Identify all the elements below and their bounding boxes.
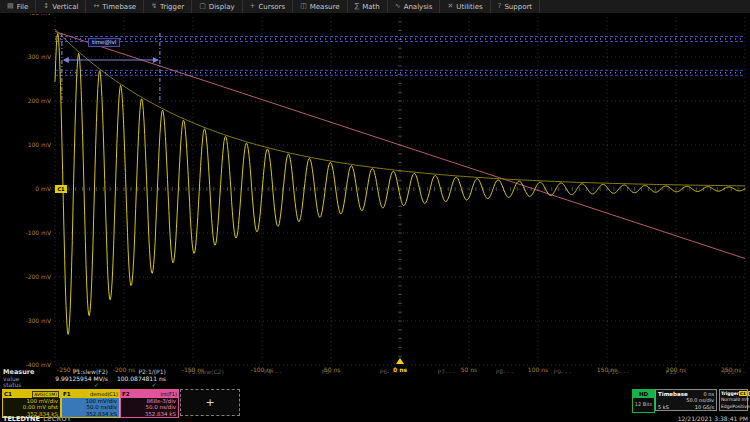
measure-status: [518, 382, 576, 389]
menu-item-label: Trigger: [160, 3, 184, 11]
measure-row-labels: Measure value status: [0, 369, 55, 389]
measure-column: P9- - -: [518, 369, 576, 389]
y-axis-label: 200 mV: [0, 97, 51, 104]
measure-status: [460, 382, 518, 389]
teledyne-lecroy-logo: TELEDYNELECROY: [3, 415, 71, 422]
c1-label: C1: [4, 391, 12, 397]
time-at-level-label: time@lvl: [88, 38, 120, 47]
menu-item-math[interactable]: ∑Math: [348, 0, 388, 13]
measure-column: P10- - -: [576, 369, 634, 389]
menu-item-file[interactable]: ▤File: [0, 0, 36, 13]
timebase-icon: ↔: [93, 0, 99, 13]
datetime: 12/21/2021 3:38:41 PM: [678, 415, 748, 422]
menu-item-support[interactable]: ?Support: [491, 0, 540, 13]
measure-column: P12- - -: [692, 369, 750, 389]
measure-column: P5- - -: [287, 369, 345, 389]
measure-column: P4- - -: [229, 369, 287, 389]
math-icon: ∑: [355, 0, 360, 13]
y-axis-label: 0 mV: [0, 185, 51, 192]
measure-status: [692, 382, 750, 389]
y-axis-label: -400 mV: [0, 361, 51, 368]
status-row-label: status: [0, 382, 55, 389]
menu-item-label: Cursors: [258, 3, 285, 11]
analysis-icon: ∿: [395, 0, 401, 13]
f2-function: Int(F1): [160, 391, 177, 397]
trigger-position-icon[interactable]: [396, 358, 404, 364]
measure-status: [171, 382, 229, 389]
f2-label: F2: [122, 391, 130, 397]
arrow-head-icon: [63, 57, 69, 63]
display-icon: ▢: [199, 0, 206, 13]
trigger-icon: ↯: [151, 0, 157, 13]
trace-descriptor-f1[interactable]: F1 demod(C1) 100 mV/div 50.0 ns/div 352.…: [61, 389, 120, 418]
trace-descriptor-f2[interactable]: F2 Int(F1) 868e-3/div 50.0 ns/div 352.83…: [120, 389, 179, 418]
timebase-title: Timebase: [658, 391, 688, 397]
trigger-box[interactable]: Trigger C1DC Normal 0 mV Edge Positive: [719, 389, 748, 411]
file-icon: ▤: [7, 0, 14, 13]
timebase-box[interactable]: Timebase 0 ns 50.0 ns/div 5 kS 10 GS/s: [655, 389, 717, 411]
menu-item-label: Display: [209, 3, 235, 11]
f2-samples: 352.834 kS: [123, 411, 176, 417]
measure-column: P11- - -: [634, 369, 692, 389]
c1-coupling-badge: AVG(C1M): [32, 391, 59, 398]
menu-item-label: Timebase: [102, 3, 136, 11]
measure-status: [287, 382, 345, 389]
menu-item-trigger[interactable]: ↯Trigger: [144, 0, 192, 13]
add-trace-button[interactable]: +: [180, 389, 240, 416]
menu-item-display[interactable]: ▢Display: [192, 0, 242, 13]
trigger-type: Edge: [721, 404, 732, 410]
trigger-slope: Positive: [732, 404, 749, 410]
measure-status: ✓: [55, 382, 113, 389]
hd-bits: 12 Bits: [633, 398, 654, 412]
menu-item-cursors[interactable]: +Cursors: [243, 0, 294, 13]
f1-label: F1: [63, 391, 71, 397]
menu-item-label: File: [17, 3, 29, 11]
measure-status: [345, 382, 403, 389]
measure-status: [403, 382, 461, 389]
menu-bar: ▤File↕Vertical↔Timebase↯Trigger▢Display+…: [0, 0, 750, 14]
menu-item-label: Math: [362, 3, 380, 11]
trigger-source-badge: C1: [739, 391, 747, 396]
measure-column: P2:1/(P1)100.0874811 ns✓: [113, 369, 171, 389]
utilities-icon: ✕: [447, 0, 453, 13]
measure-status: ✓: [113, 382, 171, 389]
y-axis-label: -100 mV: [0, 229, 51, 236]
hd-mode-box[interactable]: HD 12 Bits: [632, 389, 655, 413]
menu-item-label: Analysis: [404, 3, 433, 11]
menu-item-vertical[interactable]: ↕Vertical: [36, 0, 86, 13]
menu-item-timebase[interactable]: ↔Timebase: [86, 0, 144, 13]
c1-zero-marker[interactable]: C1: [55, 185, 67, 193]
vertical-icon: ↕: [43, 0, 49, 13]
f1-samples: 352.834 kS: [64, 411, 117, 417]
menu-item-measure[interactable]: ◫Measure: [293, 0, 347, 13]
f1-function: demod(C1): [90, 391, 118, 397]
measure-table: Measure value status P1:slew(F2)9.991259…: [0, 369, 750, 389]
menu-item-utilities[interactable]: ✕Utilities: [440, 0, 490, 13]
support-icon: ?: [498, 0, 502, 13]
timebase-samples: 5 kS: [658, 404, 669, 410]
y-axis-label: 300 mV: [0, 53, 51, 60]
measure-status: [634, 382, 692, 389]
measure-column: P6- - -: [345, 369, 403, 389]
cursors-icon: +: [250, 0, 256, 13]
menu-item-label: Vertical: [52, 3, 78, 11]
menu-item-label: Utilities: [456, 3, 482, 11]
measure-column: P3:slew(C2): [171, 369, 229, 389]
waveform-display: [0, 0, 750, 422]
measure-column: P8- - -: [460, 369, 518, 389]
measure-column: P7- - -: [403, 369, 461, 389]
hd-label: HD: [633, 390, 654, 398]
measure-status: [229, 382, 287, 389]
trace-descriptor-c1[interactable]: C1 AVG(C1M) 100 mV/div 0.00 mV ofst 352.…: [2, 389, 61, 418]
measure-status: [576, 382, 634, 389]
arrow-head-icon: [153, 57, 159, 63]
menu-item-analysis[interactable]: ∿Analysis: [388, 0, 441, 13]
measure-column: P1:slew(F2)9.99125954 MV/s✓: [55, 369, 113, 389]
timebase-rate: 10 GS/s: [695, 404, 714, 410]
y-axis-label: 100 mV: [0, 141, 51, 148]
menu-item-label: Support: [504, 3, 532, 11]
measure-icon: ◫: [300, 0, 307, 13]
y-axis-label: -200 mV: [0, 273, 51, 280]
menu-item-label: Measure: [310, 3, 340, 11]
oscilloscope-screen: ▤File↕Vertical↔Timebase↯Trigger▢Display+…: [0, 0, 750, 422]
